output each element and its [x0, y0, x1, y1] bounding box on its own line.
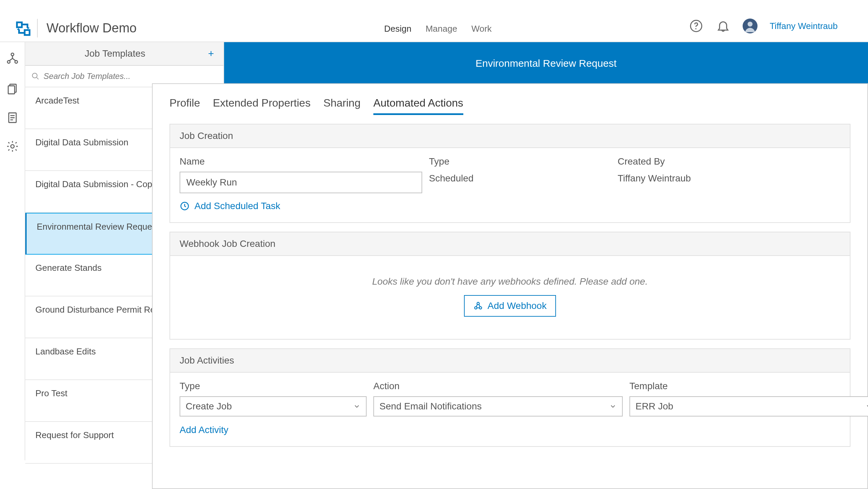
job-creation-card: Job Creation Name Type Scheduled Created… [169, 124, 850, 223]
form-icon[interactable] [6, 111, 19, 124]
user-avatar[interactable] [743, 19, 757, 33]
svg-point-5 [748, 22, 753, 27]
chevron-down-icon [353, 403, 361, 410]
type-label: Type [429, 156, 618, 167]
top-bar: Workflow Demo Design Manage Work Tiffany… [0, 0, 868, 42]
svg-point-6 [11, 53, 14, 56]
template-item-label: Pro Test [35, 388, 67, 398]
webhook-title: Webhook Job Creation [170, 232, 850, 256]
name-label: Name [180, 156, 429, 167]
activity-type-select[interactable]: Create Job [180, 396, 367, 416]
tab-sharing[interactable]: Sharing [323, 97, 361, 115]
nav-tab-work[interactable]: Work [471, 24, 492, 44]
help-icon[interactable] [689, 19, 704, 33]
webhook-card: Webhook Job Creation Looks like you don'… [169, 232, 850, 340]
divider [37, 19, 38, 37]
activity-template-label: Template [629, 381, 868, 392]
svg-point-3 [695, 28, 696, 30]
schedule-name-input[interactable] [180, 172, 422, 193]
panel-tabs: Profile Extended Properties Sharing Auto… [153, 84, 867, 115]
tab-extended[interactable]: Extended Properties [213, 97, 311, 115]
workflow-logo-icon [15, 20, 32, 37]
createdby-label: Created By [618, 156, 806, 167]
activity-action-select[interactable]: Send Email Notifications [373, 396, 623, 416]
template-item-label: Request for Support [35, 430, 114, 440]
top-nav: Design Manage Work [384, 24, 492, 44]
add-activity-link[interactable]: Add Activity [180, 425, 228, 435]
svg-rect-10 [8, 86, 14, 94]
left-rail [0, 42, 25, 460]
search-icon [31, 72, 39, 81]
template-item-label: Digital Data Submission [35, 137, 128, 147]
page-banner: Environmental Review Request [224, 42, 868, 85]
webhook-empty-message: Looks like you don't have any webhooks d… [180, 264, 840, 295]
chevron-down-icon [865, 403, 868, 410]
webhook-icon [473, 301, 483, 311]
settings-icon[interactable] [6, 140, 19, 153]
svg-rect-0 [17, 22, 22, 27]
templates-search-input[interactable] [43, 71, 217, 81]
templates-title: Job Templates [25, 48, 205, 59]
job-activities-card: Job Activities Type Create Job Action Se… [169, 348, 850, 447]
svg-point-13 [32, 73, 37, 78]
templates-icon[interactable] [6, 83, 19, 95]
add-webhook-button[interactable]: Add Webhook [464, 295, 556, 317]
activity-type-value: Create Job [186, 401, 232, 412]
svg-point-12 [11, 145, 14, 148]
createdby-value: Tiffany Weintraub [618, 173, 806, 184]
job-creation-title: Job Creation [170, 124, 850, 148]
nav-tab-design[interactable]: Design [384, 24, 411, 44]
template-item-label: Environmental Review Request [37, 222, 159, 232]
templates-header: Job Templates + [25, 42, 223, 66]
user-name[interactable]: Tiffany Weintraub [770, 21, 838, 31]
nav-tab-manage[interactable]: Manage [426, 24, 457, 44]
template-item-label: Landbase Edits [35, 346, 96, 356]
svg-rect-1 [25, 30, 30, 35]
template-item-label: Digital Data Submission - Copy [35, 179, 157, 189]
activity-template-select[interactable]: ERR Job [629, 396, 868, 416]
clock-icon [180, 201, 190, 211]
diagram-icon[interactable] [6, 52, 19, 65]
type-value: Scheduled [429, 173, 618, 184]
template-item-label: Generate Stands [35, 263, 102, 273]
activity-type-label: Type [180, 381, 367, 392]
activity-action-value: Send Email Notifications [379, 401, 482, 412]
template-item-label: ArcadeTest [35, 95, 79, 106]
add-scheduled-task-label: Add Scheduled Task [194, 201, 280, 211]
job-activities-title: Job Activities [170, 349, 850, 373]
topbar-right: Tiffany Weintraub [689, 19, 838, 33]
app-title: Workflow Demo [46, 21, 136, 35]
notifications-icon[interactable] [716, 19, 731, 33]
tab-profile[interactable]: Profile [169, 97, 200, 115]
add-scheduled-task-link[interactable]: Add Scheduled Task [180, 201, 840, 211]
details-panel: Profile Extended Properties Sharing Auto… [152, 83, 868, 489]
add-webhook-label: Add Webhook [488, 300, 547, 311]
chevron-down-icon [609, 403, 617, 410]
activity-action-label: Action [373, 381, 623, 392]
page-banner-title: Environmental Review Request [475, 58, 617, 69]
add-template-button[interactable]: + [205, 48, 217, 59]
activity-template-value: ERR Job [636, 401, 673, 412]
tab-automated-actions[interactable]: Automated Actions [373, 97, 463, 115]
